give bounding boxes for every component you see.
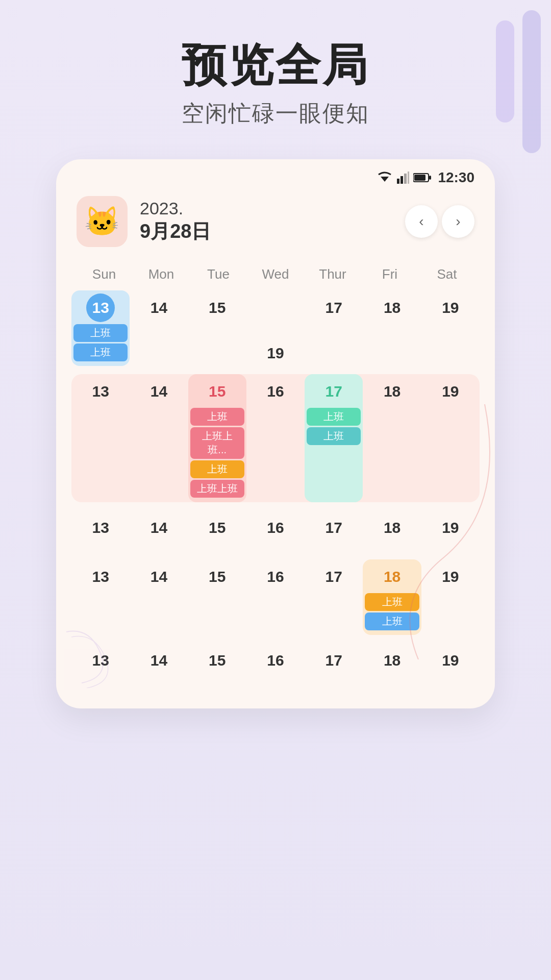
day-headers: Sun Mon Tue Wed Thur Fri Sat: [71, 262, 480, 286]
date-w3-fri: 18: [378, 513, 407, 542]
date-w4-mon: 14: [144, 562, 173, 591]
cell-w4-mon[interactable]: 14: [130, 559, 188, 635]
prev-button[interactable]: ‹: [405, 205, 438, 238]
cell-w3-tue[interactable]: 15: [188, 510, 246, 551]
cell-w5-tue[interactable]: 15: [188, 643, 246, 684]
status-bar: 12:30: [56, 159, 495, 191]
cell-w4-sat[interactable]: 19: [421, 559, 480, 635]
cell-w5-sat[interactable]: 19: [421, 643, 480, 684]
day-header-mon: Mon: [133, 262, 190, 286]
cell-w2-tue[interactable]: 15 上班 上班上班... 上班 上班上班: [188, 374, 246, 502]
day-header-thur: Thur: [304, 262, 361, 286]
day-header-sun: Sun: [76, 262, 133, 286]
deco-bars: [449, 0, 551, 163]
week-4: 13 14 15 16 17 18 上班 上班 19: [71, 559, 480, 635]
cell-w5-wed[interactable]: 16: [246, 643, 305, 684]
day-header-sat: Sat: [418, 262, 475, 286]
cell-w2-mon[interactable]: 14: [130, 374, 188, 502]
signal-icon: [397, 172, 409, 184]
app-date-year: 2023.: [140, 199, 211, 218]
nav-buttons: ‹ ›: [405, 205, 474, 238]
app-logo-area: 🐱 2023. 9月28日: [77, 196, 211, 247]
cell-w5-sun[interactable]: 13: [71, 643, 130, 684]
date-w5-thur: 17: [319, 646, 348, 675]
day-header-wed: Wed: [247, 262, 304, 286]
cell-w2-thur[interactable]: 17 上班 上班: [305, 374, 363, 502]
date-w4-tue: 15: [203, 562, 232, 591]
cell-w2-sat[interactable]: 19: [421, 374, 480, 502]
svg-rect-2: [400, 176, 403, 184]
cell-w4-fri[interactable]: 18 上班 上班: [363, 559, 421, 635]
date-w4-wed: 16: [261, 562, 290, 591]
event-w1-sun-2: 上班: [73, 344, 128, 361]
date-w1-wed: [261, 293, 290, 322]
date-w3-thur: 17: [319, 513, 348, 542]
event-w2-tue-1: 上班: [190, 408, 244, 426]
date-w3-tue: 15: [203, 513, 232, 542]
cell-w1-wed[interactable]: 19: [246, 290, 305, 366]
week-2-row: 13 14 15 上班 上班上班... 上班 上班上班 16: [71, 374, 480, 502]
date-w3-sat: 19: [436, 513, 465, 542]
week-3: 13 14 15 16 17 18 19: [71, 510, 480, 551]
status-icons: [377, 172, 432, 184]
date-w5-sun: 13: [86, 646, 115, 675]
week-3-row: 13 14 15 16 17 18 19: [71, 510, 480, 551]
cell-w4-wed[interactable]: 16: [246, 559, 305, 635]
cell-w4-thur[interactable]: 17: [305, 559, 363, 635]
date-w1-sat: 19: [436, 293, 465, 322]
date-w3-wed: 16: [261, 513, 290, 542]
date-w5-tue: 15: [203, 646, 232, 675]
date-w5-wed: 16: [261, 646, 290, 675]
cell-w1-tue[interactable]: 15: [188, 290, 246, 366]
cell-w4-tue[interactable]: 15: [188, 559, 246, 635]
app-date-full: 9月28日: [140, 218, 211, 244]
cell-w3-mon[interactable]: 14: [130, 510, 188, 551]
date-w2-wed: 16: [261, 377, 290, 406]
event-w2-tue-2: 上班上班...: [190, 427, 244, 459]
date-w4-sat: 19: [436, 562, 465, 591]
event-w1-sun-1: 上班: [73, 324, 128, 342]
cell-w3-fri[interactable]: 18: [363, 510, 421, 551]
page: 预览全局 空闲忙碌一眼便知: [0, 0, 551, 980]
cell-w3-thur[interactable]: 17: [305, 510, 363, 551]
cell-w3-wed[interactable]: 16: [246, 510, 305, 551]
cell-w1-fri[interactable]: 18: [363, 290, 421, 366]
event-w2-tue-3: 上班: [190, 460, 244, 478]
cell-w3-sun[interactable]: 13: [71, 510, 130, 551]
svg-rect-3: [404, 174, 407, 184]
date-w1-tue: 15: [203, 293, 232, 322]
week-2: 13 14 15 上班 上班上班... 上班 上班上班 16: [71, 374, 480, 502]
deco-bar-2: [522, 10, 541, 153]
cell-w5-fri[interactable]: 18: [363, 643, 421, 684]
cell-w4-sun[interactable]: 13: [71, 559, 130, 635]
cell-w1-sat[interactable]: 19: [421, 290, 480, 366]
day-header-fri: Fri: [361, 262, 418, 286]
cell-w5-thur[interactable]: 17: [305, 643, 363, 684]
deco-bar-1: [496, 20, 514, 122]
day-header-tue: Tue: [190, 262, 247, 286]
cell-w1-sun[interactable]: 13 上班 上班: [71, 290, 130, 366]
cell-w3-sat[interactable]: 19: [421, 510, 480, 551]
app-logo: 🐱: [77, 196, 128, 247]
date-w4-sun: 13: [86, 562, 115, 591]
date-w2-tue: 15: [203, 377, 232, 406]
date-w1-mon: 14: [144, 293, 173, 322]
cell-w2-wed[interactable]: 16: [246, 374, 305, 502]
date-w2-thur: 17: [319, 377, 348, 406]
event-w2-tue-4: 上班上班: [190, 480, 244, 498]
phone-card: 12:30 🐱 2023. 9月28日 ‹ › Sun Mon Tue: [56, 159, 495, 708]
date-w4-thur: 17: [319, 562, 348, 591]
next-button[interactable]: ›: [442, 205, 474, 238]
date-w5-fri: 18: [378, 646, 407, 675]
week-5-row: 13 14 15 16 17 18 19: [71, 643, 480, 684]
cell-w1-thur[interactable]: 17: [305, 290, 363, 366]
svg-rect-6: [414, 175, 425, 181]
page-title: 预览全局: [31, 41, 520, 90]
cell-w1-mon[interactable]: 14: [130, 290, 188, 366]
cell-w2-sun[interactable]: 13: [71, 374, 130, 502]
cell-w5-mon[interactable]: 14: [130, 643, 188, 684]
page-subtitle: 空闲忙碌一眼便知: [31, 99, 520, 129]
cell-w2-fri[interactable]: 18: [363, 374, 421, 502]
svg-marker-0: [381, 177, 389, 182]
battery-icon: [413, 173, 432, 183]
